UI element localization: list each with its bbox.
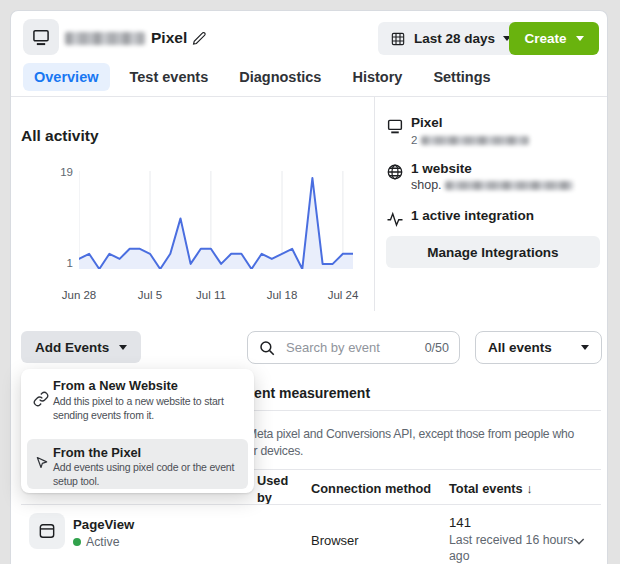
pixel-avatar [23,19,59,55]
status-dot [73,538,81,546]
create-label: Create [524,31,566,46]
panel-pixel-label: Pixel [411,115,443,130]
chart-title: All activity [21,127,99,145]
total-events-value: 141 [449,515,471,530]
event-measurement-heading: Event measurement [237,385,370,401]
cursor-icon [34,455,50,472]
expand-row-chevron-icon[interactable] [571,533,587,553]
search-icon [258,339,276,357]
tab-diagnostics[interactable]: Diagnostics [228,63,332,91]
manage-integrations-button[interactable]: Manage Integrations [386,236,600,268]
website-url: shop. [411,178,573,192]
edit-pencil-icon[interactable] [192,31,207,50]
website-count: 1 website [411,161,472,176]
globe-icon [386,163,404,181]
calendar-grid-icon [390,31,406,47]
x-axis-tick: Jul 5 [126,289,174,301]
last-received-line2: ago [449,549,470,563]
status-label: Active [86,535,120,549]
panel-divider [374,96,375,311]
table-header-divider [21,504,601,505]
date-range-button[interactable]: Last 28 days [378,22,523,55]
y-axis-tick-max: 19 [49,166,73,178]
event-filter-label: All events [488,340,552,355]
link-icon [33,391,49,407]
tab-test-events[interactable]: Test events [119,63,220,91]
event-filter-dropdown[interactable]: All events [475,331,602,364]
column-header-used-by[interactable]: Used by [257,473,299,506]
tab-bar: Overview Test events Diagnostics History… [23,63,502,91]
add-events-button[interactable]: Add Events [21,331,141,363]
event-status: Active [73,535,120,549]
search-char-counter: 0/50 [425,341,449,355]
pixel-id-redacted [421,136,529,145]
column-header-total-events[interactable]: Total events ↓ [449,481,533,496]
menu-item-from-the-pixel[interactable]: From the Pixel [53,445,141,460]
event-name[interactable]: PageView [73,517,134,532]
menu-item-description: sending events from it. [53,409,154,421]
add-events-menu: From a New Website Add this pixel to a n… [21,369,254,493]
tab-history[interactable]: History [341,63,413,91]
page-title: Pixel [151,29,187,47]
chevron-down-icon [581,345,589,350]
connection-method-value: Browser [311,533,359,548]
chevron-down-icon [576,36,584,41]
event-measurement-description-line2: er devices. [247,444,303,458]
event-measurement-description-line1: Meta pixel and Conversions API, except t… [247,427,574,441]
menu-item-description: setup tool. [53,475,99,487]
menu-item-description: Add events using pixel code or the event [53,461,234,473]
x-axis-tick: Jul 24 [319,289,367,301]
search-input[interactable] [284,333,412,362]
integration-count: 1 active integration [411,208,534,223]
x-axis-tick: Jul 11 [187,289,235,301]
header-divider [11,96,607,97]
event-type-icon-box [29,513,65,549]
pixel-name-redacted [65,32,145,45]
date-range-label: Last 28 days [414,31,495,46]
activity-chart [79,171,353,269]
pixel-overview-card: Pixel Last 28 days Create Overview Test … [10,10,608,564]
pulse-icon [386,210,404,228]
browser-window-icon [37,521,57,541]
tab-overview[interactable]: Overview [23,63,110,91]
tab-settings[interactable]: Settings [422,63,501,91]
chevron-down-icon [119,345,127,350]
monitor-icon [386,117,404,135]
search-box: 0/50 [247,331,460,364]
column-header-connection-method[interactable]: Connection method [311,481,431,496]
manage-integrations-label: Manage Integrations [427,245,558,260]
menu-item-from-new-website[interactable]: From a New Website [53,378,178,393]
x-axis-tick: Jun 28 [55,289,103,301]
y-axis-tick-min: 1 [49,257,73,269]
menu-item-description: Add this pixel to a new website to start [53,395,224,407]
create-button[interactable]: Create [509,22,599,55]
add-events-label: Add Events [35,340,109,355]
x-axis-tick: Jul 18 [258,289,306,301]
pixel-id: 2 [411,134,529,146]
website-url-redacted [445,181,573,190]
monitor-icon [31,27,51,47]
last-received-line1: Last received 16 hours [449,533,573,547]
